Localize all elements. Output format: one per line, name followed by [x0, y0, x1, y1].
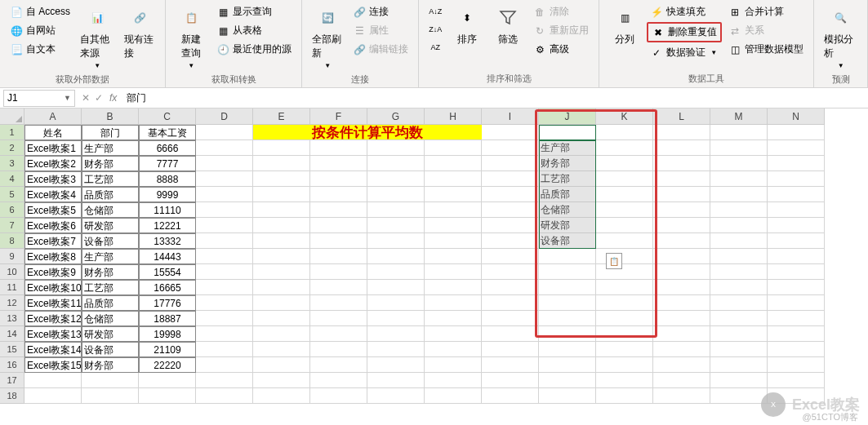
cell[interactable] — [367, 140, 425, 156]
cell[interactable] — [253, 311, 310, 326]
row-header-15[interactable]: 15 — [0, 342, 24, 357]
cell[interactable]: 12221 — [139, 218, 196, 233]
cell[interactable] — [425, 295, 482, 311]
cell[interactable] — [482, 202, 539, 218]
cell[interactable] — [253, 388, 310, 404]
cell[interactable] — [768, 140, 825, 156]
cell[interactable] — [367, 295, 425, 311]
sort-button[interactable]: ⬍排序 — [448, 3, 486, 58]
cell[interactable]: 工艺部 — [82, 280, 139, 295]
cell[interactable] — [425, 233, 482, 249]
cell[interactable] — [596, 388, 653, 404]
cell[interactable] — [310, 388, 367, 404]
sort-az-button[interactable]: A↓Z — [425, 3, 445, 20]
cell[interactable] — [768, 249, 825, 264]
row-header-6[interactable]: 6 — [0, 202, 24, 218]
new-query-button[interactable]: 📋新建 查询▼ — [172, 3, 210, 71]
cell[interactable] — [539, 342, 596, 357]
cell[interactable]: Excel教案14 — [24, 342, 82, 357]
from-access-button[interactable]: 📄自 Access — [7, 3, 73, 20]
cell[interactable] — [196, 388, 253, 404]
cell[interactable] — [710, 357, 768, 373]
cell[interactable]: Excel教案13 — [24, 326, 82, 342]
cell[interactable]: 9999 — [139, 187, 196, 202]
col-header-M[interactable]: M — [710, 108, 768, 125]
cell[interactable] — [196, 202, 253, 218]
cell[interactable] — [253, 218, 310, 233]
cell[interactable] — [196, 295, 253, 311]
cell[interactable]: 11110 — [139, 202, 196, 218]
row-header-17[interactable]: 17 — [0, 373, 24, 388]
cell[interactable] — [196, 249, 253, 264]
cell[interactable] — [310, 326, 367, 342]
cell[interactable]: 生产部 — [82, 140, 139, 156]
cell[interactable] — [539, 388, 596, 404]
cell[interactable] — [367, 202, 425, 218]
cell[interactable] — [82, 373, 139, 388]
cell[interactable] — [482, 280, 539, 295]
cell[interactable] — [196, 218, 253, 233]
cell[interactable]: 17776 — [139, 295, 196, 311]
cell[interactable] — [310, 311, 367, 326]
cell[interactable] — [196, 326, 253, 342]
cell[interactable]: 研发部 — [82, 218, 139, 233]
cell[interactable] — [539, 357, 596, 373]
filter-button[interactable]: 筛选 — [489, 3, 527, 58]
cell[interactable] — [768, 187, 825, 202]
cell[interactable] — [653, 202, 710, 218]
row-header-4[interactable]: 4 — [0, 171, 24, 187]
row-header-9[interactable]: 9 — [0, 249, 24, 264]
cell[interactable] — [653, 311, 710, 326]
cell[interactable] — [310, 187, 367, 202]
cell[interactable] — [768, 156, 825, 171]
cell[interactable] — [768, 326, 825, 342]
cell[interactable] — [653, 264, 710, 280]
row-header-16[interactable]: 16 — [0, 357, 24, 373]
cell[interactable] — [367, 187, 425, 202]
select-all-corner[interactable] — [0, 108, 24, 125]
cell[interactable] — [367, 342, 425, 357]
cell[interactable] — [710, 233, 768, 249]
row-header-7[interactable]: 7 — [0, 218, 24, 233]
cell[interactable]: Excel教案6 — [24, 218, 82, 233]
cell[interactable] — [310, 295, 367, 311]
col-header-A[interactable]: A — [24, 108, 82, 125]
cell[interactable]: Excel教案9 — [24, 264, 82, 280]
col-header-L[interactable]: L — [653, 108, 710, 125]
cell[interactable] — [253, 326, 310, 342]
cell[interactable] — [482, 171, 539, 187]
cell[interactable]: 13332 — [139, 233, 196, 249]
data-validation-button[interactable]: ✓数据验证▼ — [647, 44, 722, 61]
cell[interactable] — [367, 280, 425, 295]
cell[interactable] — [253, 280, 310, 295]
cell[interactable]: 财务部 — [82, 357, 139, 373]
from-web-button[interactable]: 🌐自网站 — [7, 22, 73, 39]
cell[interactable]: Excel教案1 — [24, 140, 82, 156]
col-header-E[interactable]: E — [253, 108, 310, 125]
cell[interactable]: Excel教案11 — [24, 295, 82, 311]
row-header-5[interactable]: 5 — [0, 187, 24, 202]
cell[interactable]: 姓名 — [24, 125, 82, 140]
cell[interactable] — [196, 373, 253, 388]
row-header-11[interactable]: 11 — [0, 280, 24, 295]
cell[interactable] — [482, 125, 539, 140]
cell[interactable]: 19998 — [139, 326, 196, 342]
cell[interactable] — [310, 202, 367, 218]
cell[interactable] — [768, 311, 825, 326]
cell[interactable] — [367, 249, 425, 264]
cell[interactable] — [653, 326, 710, 342]
cell[interactable] — [253, 357, 310, 373]
cell[interactable] — [253, 342, 310, 357]
cell[interactable] — [253, 264, 310, 280]
col-header-B[interactable]: B — [82, 108, 139, 125]
cell[interactable] — [710, 125, 768, 140]
cell[interactable] — [367, 311, 425, 326]
from-other-button[interactable]: 📊自其他来源▼ — [77, 3, 118, 71]
col-header-C[interactable]: C — [139, 108, 196, 125]
cell[interactable]: 16665 — [139, 280, 196, 295]
col-header-F[interactable]: F — [310, 108, 367, 125]
cell[interactable] — [253, 202, 310, 218]
paste-options-button[interactable]: 📋 — [606, 253, 622, 269]
cell[interactable] — [253, 171, 310, 187]
cell[interactable] — [596, 357, 653, 373]
